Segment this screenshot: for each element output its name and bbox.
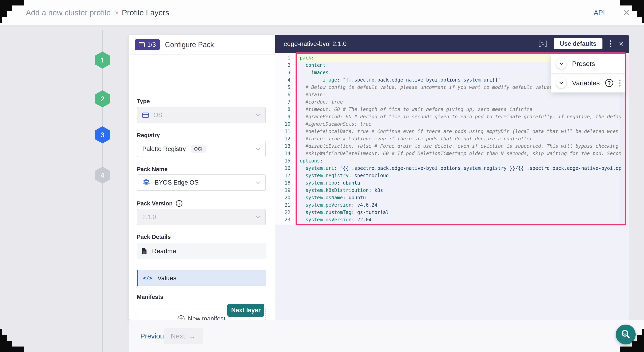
- header-bar: Add a new cluster profile > Profile Laye…: [0, 0, 644, 26]
- line-number: 10: [275, 121, 296, 128]
- values-label: Values: [158, 274, 176, 282]
- values-code-icon: </>: [143, 275, 152, 281]
- chevron-down-icon: [256, 181, 260, 184]
- variables-help-icon[interactable]: ?: [605, 79, 613, 87]
- variables-expand-button[interactable]: [556, 78, 566, 88]
- type-label: Type: [137, 98, 150, 105]
- line-number: 8: [275, 106, 296, 113]
- variables-kebab-menu-icon[interactable]: [618, 79, 621, 87]
- code-line[interactable]: #timeout: 60 # The length of time to wai…: [297, 106, 625, 113]
- line-number: 9: [275, 113, 296, 121]
- type-select[interactable]: OS: [137, 107, 266, 123]
- use-defaults-button[interactable]: Use defaults: [554, 38, 602, 49]
- pack-icon: [139, 42, 145, 47]
- step-badge-4[interactable]: 4: [95, 167, 110, 184]
- code-line[interactable]: system.registry: spectrocloud: [297, 172, 625, 179]
- line-number: 18: [275, 179, 296, 187]
- pack-name-value: BYOS Edge OS: [155, 179, 198, 186]
- line-number: 2: [275, 62, 296, 69]
- line-number: 3: [275, 69, 296, 76]
- code-line[interactable]: #ignoreDaemonSets: true: [297, 121, 625, 128]
- editor-close-icon[interactable]: ×: [619, 40, 624, 48]
- pack-step-badge: 1/3: [135, 39, 160, 50]
- code-line[interactable]: system.k8sDistribution: k3s: [297, 187, 625, 194]
- os-icon: [142, 113, 149, 118]
- oci-badge: OCI: [190, 145, 206, 153]
- wizard-timeline: [102, 30, 102, 352]
- chevron-down-icon: [256, 216, 260, 219]
- line-number: 23: [275, 216, 296, 223]
- pack-name-label: Pack Name: [137, 166, 168, 173]
- code-line[interactable]: system.uri: "{{ .spectro.pack.edge-nativ…: [297, 165, 625, 172]
- breadcrumb: Add a new cluster profile > Profile Laye…: [26, 0, 169, 26]
- next-button[interactable]: Next →: [164, 328, 203, 344]
- code-line[interactable]: #deleteLocalData: true # Continue even i…: [297, 128, 625, 135]
- type-value: OS: [154, 112, 162, 119]
- readme-label: Readme: [152, 247, 176, 255]
- line-number: 7: [275, 98, 296, 106]
- editor-pack-title: edge-native-byoi 2.1.0: [284, 35, 347, 53]
- line-number: 20: [275, 194, 296, 201]
- breadcrumb-separator-icon: >: [114, 9, 118, 17]
- editor-header: edge-native-byoi 2.1.0 Use defaults ×: [275, 35, 629, 53]
- code-line[interactable]: system.peVersion: v4.6.24: [297, 201, 625, 209]
- magnifier-icon: [620, 329, 632, 340]
- line-number: 1: [275, 54, 296, 62]
- gutter: 1234567891011121314151617181920212223: [275, 53, 296, 224]
- configure-pack-header: 1/3 Configure Pack: [129, 35, 275, 55]
- form-footer-divider: [129, 300, 275, 300]
- editor-kebab-menu-icon[interactable]: [609, 40, 612, 48]
- pack-version-select[interactable]: 2.1.0: [137, 209, 266, 225]
- step-badge-3[interactable]: 3: [95, 126, 110, 143]
- variables-row: Variables ?: [551, 73, 625, 92]
- code-line[interactable]: system.customTag: gs-tutorial: [297, 209, 625, 216]
- variables-label: Variables: [572, 79, 600, 87]
- code-line[interactable]: #gracePeriod: 60 # Period of time in sec…: [297, 113, 625, 121]
- chevron-down-icon: [256, 114, 260, 117]
- line-number: 19: [275, 187, 296, 194]
- pack-step-count: 1/3: [147, 41, 156, 48]
- presets-variables-panel: Presets Variables ?: [551, 54, 625, 93]
- wizard-footer: Previous Next →: [129, 320, 644, 352]
- line-number: 4: [275, 76, 296, 84]
- code-line[interactable]: options:: [297, 157, 625, 165]
- readme-tab[interactable]: Readme: [137, 243, 266, 259]
- code-line[interactable]: system.osName: ubuntu: [297, 194, 625, 201]
- presets-expand-button[interactable]: [556, 59, 566, 69]
- step-badge-1[interactable]: 1: [95, 52, 110, 69]
- header-divider: [614, 7, 614, 19]
- diff-view-icon[interactable]: [538, 40, 547, 47]
- pack-version-value: 2.1.0: [142, 214, 156, 221]
- arrow-right-icon: →: [189, 332, 196, 340]
- registry-value: Palette Registry: [142, 145, 186, 153]
- registry-select[interactable]: Palette Registry OCI: [137, 141, 266, 157]
- api-link[interactable]: API: [594, 9, 605, 17]
- breadcrumb-parent[interactable]: Add a new cluster profile: [26, 8, 111, 17]
- info-icon[interactable]: [176, 200, 183, 207]
- presets-label: Presets: [572, 60, 595, 68]
- code-line[interactable]: #cordon: true: [297, 98, 625, 106]
- close-icon[interactable]: ✕: [623, 8, 630, 17]
- line-number: 13: [275, 143, 296, 150]
- line-number: 15: [275, 157, 296, 165]
- line-number: 6: [275, 91, 296, 98]
- line-number: 17: [275, 172, 296, 179]
- byos-pack-icon: [142, 179, 150, 186]
- page-title: Profile Layers: [122, 8, 169, 17]
- values-tab[interactable]: </> Values: [137, 270, 266, 286]
- previous-button[interactable]: Previous: [140, 320, 167, 352]
- chevron-down-icon: [559, 82, 563, 84]
- pack-details-label: Pack Details: [137, 234, 171, 240]
- code-line[interactable]: system.osVersion: 22.04: [297, 216, 625, 223]
- configure-pack-panel: 1/3 Configure Pack Type OS Registry Pale…: [129, 35, 275, 320]
- code-line[interactable]: system.repo: ubuntu: [297, 179, 625, 187]
- code-line[interactable]: #skipWaitForDeleteTimeout: 60 # If pod D…: [297, 150, 625, 157]
- next-layer-button[interactable]: Next layer: [228, 304, 264, 317]
- pack-name-select[interactable]: BYOS Edge OS: [137, 174, 266, 191]
- code-line[interactable]: #force: true # Continue even if there ar…: [297, 135, 625, 143]
- step-badge-2[interactable]: 2: [95, 90, 110, 107]
- code-line[interactable]: #disableEviction: false # Force drain to…: [297, 143, 625, 150]
- pack-version-label: Pack Version: [137, 200, 183, 207]
- manifests-label: Manifests: [137, 294, 164, 300]
- line-number: 16: [275, 165, 296, 172]
